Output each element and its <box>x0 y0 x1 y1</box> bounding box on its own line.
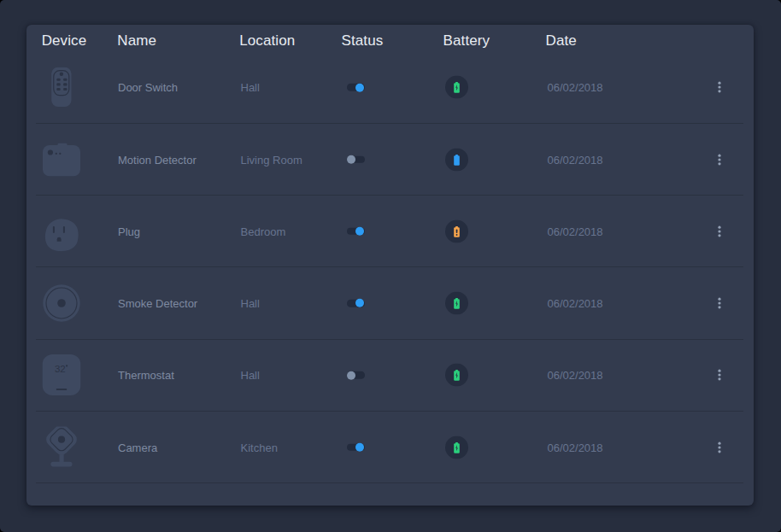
svg-text:32: 32 <box>55 365 66 375</box>
